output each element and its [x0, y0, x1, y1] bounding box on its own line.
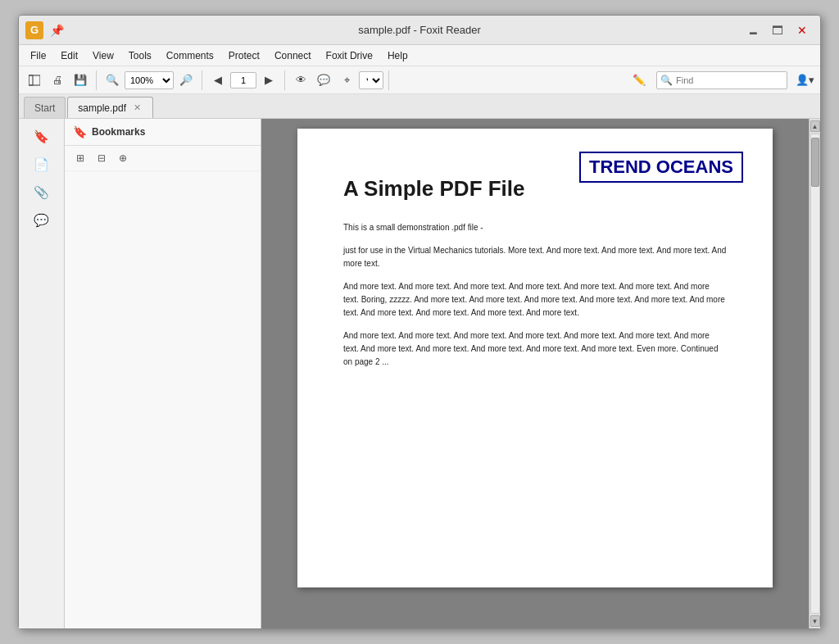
tab-close-button[interactable]: ✕ [131, 102, 143, 114]
search-icon: 🔍 [660, 75, 673, 86]
user-account-button[interactable]: 👤▾ [794, 70, 815, 90]
tab-start[interactable]: Start [24, 97, 66, 118]
menu-tools[interactable]: Tools [122, 48, 158, 63]
menu-edit[interactable]: Edit [54, 48, 84, 63]
prev-page-button[interactable]: ◀ [207, 70, 229, 90]
pdf-paragraph-4: And more text. And more text. And more t… [343, 329, 727, 369]
application-window: G 📌 sample.pdf - Foxit Reader 🗕 🗖 ✕ File… [18, 15, 821, 629]
pdf-paragraph-2: just for use in the Virtual Mechanics tu… [343, 244, 727, 270]
foxit-logo: G [25, 21, 43, 39]
tabs-bar: Start sample.pdf ✕ [19, 94, 820, 119]
toolbar-group-zoom: 🔍 100% 75% 125% 150% 🔎 [102, 70, 202, 90]
svg-rect-1 [29, 75, 40, 85]
zoom-out-button[interactable]: 🔍 [102, 70, 123, 90]
next-page-button[interactable]: ▶ [258, 70, 279, 90]
view-mode-button[interactable]: 👁 [290, 70, 311, 90]
menu-bar: File Edit View Tools Comments Protect Co… [19, 45, 820, 66]
page-number-input[interactable] [230, 72, 256, 88]
search-input[interactable] [676, 75, 774, 85]
panel-title: Bookmarks [92, 126, 145, 138]
viewer-area: TREND OCEANS A Simple PDF File This is a… [261, 119, 820, 628]
scroll-up-button[interactable]: ▲ [810, 120, 820, 132]
vertical-scrollbar: ▲ ▼ [809, 119, 820, 628]
watermark-text: TREND OCEANS [589, 156, 733, 177]
title-bar-left: G 📌 [25, 21, 64, 39]
sidebar: 🔖 📄 📎 💬 [19, 119, 65, 628]
toolbar-group-nav: ◀ ▶ [207, 70, 285, 90]
maximize-button[interactable]: 🗖 [766, 21, 789, 39]
comment-button[interactable]: 💬 [313, 70, 334, 90]
panel-add-button[interactable]: ⊕ [114, 149, 132, 167]
toolbar-group-pages: 🖨 💾 [24, 70, 97, 90]
bookmarks-panel: 🔖 Bookmarks ⊞ ⊟ ⊕ [65, 119, 261, 628]
annotate-button[interactable]: ✏️ [628, 70, 650, 90]
panel-collapse-button[interactable]: ⊟ [93, 149, 111, 167]
toolbar: 🖨 💾 🔍 100% 75% 125% 150% 🔎 ◀ ▶ 👁 💬 ⌖ ▼ [19, 66, 820, 94]
scroll-down-button[interactable]: ▼ [810, 615, 820, 627]
window-title: sample.pdf - Foxit Reader [358, 24, 481, 36]
minimize-button[interactable]: 🗕 [741, 21, 764, 39]
window-controls: 🗕 🗖 ✕ [741, 21, 814, 39]
pdf-body: This is a small demonstration .pdf file … [343, 221, 727, 369]
panel-toolbar: ⊞ ⊟ ⊕ [65, 146, 261, 171]
toggle-panel-button[interactable] [24, 70, 45, 90]
menu-comments[interactable]: Comments [160, 48, 220, 63]
panel-expand-button[interactable]: ⊞ [71, 149, 89, 167]
sidebar-comments-icon[interactable]: 💬 [30, 209, 53, 232]
toolbar-group-view: 👁 💬 ⌖ ▼ [290, 70, 389, 90]
menu-foxit-drive[interactable]: Foxit Drive [320, 48, 379, 63]
menu-help[interactable]: Help [381, 48, 415, 63]
main-area: 🔖 📄 📎 💬 🔖 Bookmarks ⊞ ⊟ ⊕ TREND OCEANS [19, 119, 820, 628]
title-bar: G 📌 sample.pdf - Foxit Reader 🗕 🗖 ✕ [19, 16, 820, 45]
tab-sample-pdf[interactable]: sample.pdf ✕ [67, 97, 153, 118]
watermark-box: TREND OCEANS [579, 152, 743, 183]
scrollbar-track[interactable] [810, 134, 820, 614]
pdf-paragraph-3: And more text. And more text. And more t… [343, 280, 727, 320]
sidebar-attachments-icon[interactable]: 📎 [30, 181, 53, 204]
zoom-in-button[interactable]: 🔎 [175, 70, 197, 90]
sidebar-bookmarks-icon[interactable]: 🔖 [30, 125, 53, 148]
view-select[interactable]: ▼ [359, 71, 383, 89]
menu-view[interactable]: View [86, 48, 120, 63]
print-button[interactable]: 🖨 [47, 70, 68, 90]
pdf-viewer[interactable]: TREND OCEANS A Simple PDF File This is a… [261, 119, 809, 628]
select-button[interactable]: ⌖ [336, 70, 357, 90]
svg-rect-0 [29, 75, 33, 85]
sidebar-pages-icon[interactable]: 📄 [30, 153, 53, 176]
close-button[interactable]: ✕ [791, 21, 814, 39]
menu-file[interactable]: File [24, 48, 52, 63]
search-box: 🔍 [656, 71, 787, 89]
save-button[interactable]: 💾 [70, 70, 91, 90]
pin-icon[interactable]: 📌 [50, 24, 64, 37]
pdf-page: TREND OCEANS A Simple PDF File This is a… [297, 129, 773, 587]
panel-header: 🔖 Bookmarks [65, 119, 261, 146]
panel-bookmark-icon: 🔖 [73, 125, 87, 138]
zoom-select[interactable]: 100% 75% 125% 150% [125, 71, 174, 89]
scrollbar-thumb[interactable] [811, 138, 819, 187]
menu-protect[interactable]: Protect [222, 48, 266, 63]
menu-connect[interactable]: Connect [268, 48, 318, 63]
pdf-paragraph-1: This is a small demonstration .pdf file … [343, 221, 727, 234]
